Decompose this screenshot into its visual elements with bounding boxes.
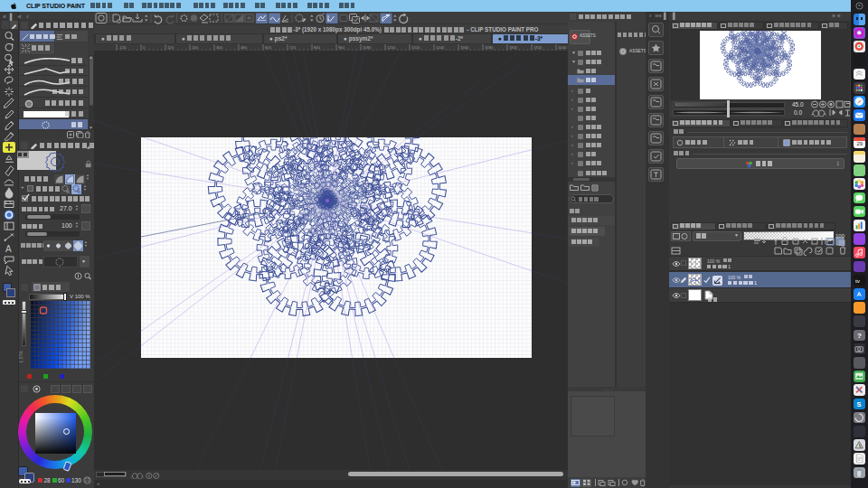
svg-text:1440: 1440	[436, 45, 445, 50]
svg-text:-120: -120	[118, 45, 127, 50]
svg-text:480: 480	[241, 45, 248, 50]
svg-text:1080: 1080	[363, 45, 372, 50]
svg-text:1200: 1200	[387, 45, 396, 50]
svg-text:960: 960	[338, 45, 345, 50]
svg-text:1800: 1800	[509, 45, 518, 50]
svg-text:840: 840	[314, 45, 321, 50]
svg-text:240: 240	[192, 45, 199, 50]
svg-text:600: 600	[265, 45, 272, 50]
svg-text:1560: 1560	[460, 45, 469, 50]
svg-text:1920: 1920	[533, 45, 542, 50]
svg-text:1320: 1320	[411, 45, 420, 50]
svg-text:720: 720	[289, 45, 297, 50]
svg-text:120: 120	[167, 45, 175, 50]
svg-text:13: 13	[85, 478, 90, 483]
svg-text:2040: 2040	[558, 45, 567, 50]
svg-text:tv: tv	[855, 277, 861, 284]
svg-text:1680: 1680	[485, 45, 494, 50]
svg-text:360: 360	[216, 45, 223, 50]
